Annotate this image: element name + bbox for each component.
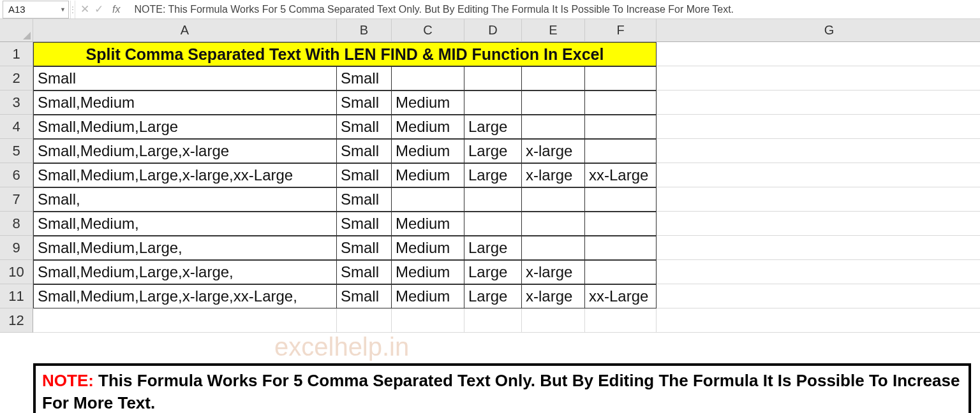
cell-D7[interactable] — [464, 187, 522, 212]
cell-A5[interactable]: Small,Medium,Large,x-large — [33, 139, 337, 163]
cell-F12[interactable] — [585, 308, 657, 333]
cell-F11[interactable]: xx-Large — [585, 284, 657, 308]
cell-C6[interactable]: Medium — [392, 163, 464, 187]
cell-B7[interactable]: Small — [337, 187, 392, 212]
row-header-11[interactable]: 11 — [0, 284, 33, 308]
cell-D5[interactable]: Large — [464, 139, 522, 163]
cell-B3[interactable]: Small — [337, 91, 392, 115]
cell-D10[interactable]: Large — [464, 260, 522, 284]
cell-B12[interactable] — [337, 308, 392, 333]
cell-A6[interactable]: Small,Medium,Large,x-large,xx-Large — [33, 163, 337, 187]
row-header-5[interactable]: 5 — [0, 139, 33, 163]
cell-G11[interactable] — [657, 284, 980, 308]
cell-C10[interactable]: Medium — [392, 260, 464, 284]
row-header-6[interactable]: 6 — [0, 163, 33, 187]
cell-E4[interactable] — [522, 115, 585, 139]
cancel-icon[interactable]: ✕ — [80, 3, 89, 16]
row-header-8[interactable]: 8 — [0, 212, 33, 236]
row-header-3[interactable]: 3 — [0, 91, 33, 115]
cell-D6[interactable]: Large — [464, 163, 522, 187]
cell-E12[interactable] — [522, 308, 585, 333]
cell-B11[interactable]: Small — [337, 284, 392, 308]
cell-D11[interactable]: Large — [464, 284, 522, 308]
cell-D9[interactable]: Large — [464, 236, 522, 260]
cell-G9[interactable] — [657, 236, 980, 260]
col-header-D[interactable]: D — [464, 19, 522, 42]
cell-C9[interactable]: Medium — [392, 236, 464, 260]
cell-G10[interactable] — [657, 260, 980, 284]
cell-F10[interactable] — [585, 260, 657, 284]
cell-A10[interactable]: Small,Medium,Large,x-large, — [33, 260, 337, 284]
row-header-10[interactable]: 10 — [0, 260, 33, 284]
formula-input[interactable]: NOTE: This Formula Works For 5 Comma Sep… — [128, 4, 980, 15]
cell-C2[interactable] — [392, 66, 464, 91]
cell-E2[interactable] — [522, 66, 585, 91]
cell-D3[interactable] — [464, 91, 522, 115]
cell-D4[interactable]: Large — [464, 115, 522, 139]
cell-E9[interactable] — [522, 236, 585, 260]
name-box-dropdown-icon[interactable]: ▼ — [60, 6, 66, 13]
cell-A9[interactable]: Small,Medium,Large, — [33, 236, 337, 260]
cell-F9[interactable] — [585, 236, 657, 260]
fx-icon[interactable]: fx — [108, 4, 124, 15]
cell-A4[interactable]: Small,Medium,Large — [33, 115, 337, 139]
cell-C3[interactable]: Medium — [392, 91, 464, 115]
cell-A2[interactable]: Small — [33, 66, 337, 91]
cell-C11[interactable]: Medium — [392, 284, 464, 308]
row-header-4[interactable]: 4 — [0, 115, 33, 139]
cell-C5[interactable]: Medium — [392, 139, 464, 163]
cell-G3[interactable] — [657, 91, 980, 115]
enter-icon[interactable]: ✓ — [94, 3, 103, 16]
cell-D8[interactable] — [464, 212, 522, 236]
cell-C12[interactable] — [392, 308, 464, 333]
cell-B2[interactable]: Small — [337, 66, 392, 91]
cell-B10[interactable]: Small — [337, 260, 392, 284]
col-header-E[interactable]: E — [522, 19, 585, 42]
cell-A8[interactable]: Small,Medium, — [33, 212, 337, 236]
row-header-12[interactable]: 12 — [0, 308, 33, 333]
cell-G7[interactable] — [657, 187, 980, 212]
cell-C7[interactable] — [392, 187, 464, 212]
cell-E6[interactable]: x-large — [522, 163, 585, 187]
cell-F6[interactable]: xx-Large — [585, 163, 657, 187]
cell-E8[interactable] — [522, 212, 585, 236]
col-header-F[interactable]: F — [585, 19, 657, 42]
cell-G12[interactable] — [657, 308, 980, 333]
cell-A12[interactable] — [33, 308, 337, 333]
note-box[interactable]: NOTE: This Formula Works For 5 Comma Sep… — [33, 363, 971, 413]
cell-G5[interactable] — [657, 139, 980, 163]
cell-C8[interactable]: Medium — [392, 212, 464, 236]
cell-E11[interactable]: x-large — [522, 284, 585, 308]
cell-E10[interactable]: x-large — [522, 260, 585, 284]
col-header-A[interactable]: A — [33, 19, 337, 42]
cell-C4[interactable]: Medium — [392, 115, 464, 139]
cell-D12[interactable] — [464, 308, 522, 333]
cell-A11[interactable]: Small,Medium,Large,x-large,xx-Large, — [33, 284, 337, 308]
cell-B9[interactable]: Small — [337, 236, 392, 260]
cell-A7[interactable]: Small, — [33, 187, 337, 212]
row-header-7[interactable]: 7 — [0, 187, 33, 212]
cell-G2[interactable] — [657, 66, 980, 91]
cell-F2[interactable] — [585, 66, 657, 91]
cell-G6[interactable] — [657, 163, 980, 187]
cell-G4[interactable] — [657, 115, 980, 139]
cell-A3[interactable]: Small,Medium — [33, 91, 337, 115]
cell-F5[interactable] — [585, 139, 657, 163]
cell-F8[interactable] — [585, 212, 657, 236]
cell-E3[interactable] — [522, 91, 585, 115]
col-header-G[interactable]: G — [657, 19, 980, 42]
row-header-9[interactable]: 9 — [0, 236, 33, 260]
row-header-1[interactable]: 1 — [0, 42, 33, 66]
cell-E7[interactable] — [522, 187, 585, 212]
cell-A1-F1-title[interactable]: Split Comma Separated Text With LEN FIND… — [33, 42, 657, 66]
cell-B5[interactable]: Small — [337, 139, 392, 163]
cell-B4[interactable]: Small — [337, 115, 392, 139]
name-box[interactable]: A13 ▼ — [3, 1, 69, 18]
cell-F3[interactable] — [585, 91, 657, 115]
cell-D2[interactable] — [464, 66, 522, 91]
cell-G1[interactable] — [657, 42, 980, 66]
select-all-corner[interactable] — [0, 19, 33, 42]
col-header-C[interactable]: C — [392, 19, 464, 42]
cell-E5[interactable]: x-large — [522, 139, 585, 163]
cell-F7[interactable] — [585, 187, 657, 212]
